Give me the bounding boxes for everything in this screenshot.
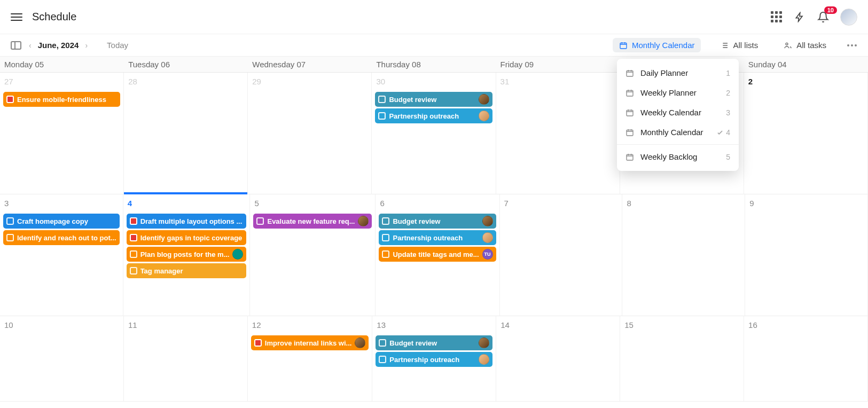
task-checkbox[interactable] xyxy=(379,339,386,347)
day-cell[interactable]: 13Budget reviewPartnership outreach xyxy=(372,316,496,401)
day-number: 4 xyxy=(126,197,248,212)
today-button[interactable]: Today xyxy=(107,41,128,50)
task-card[interactable]: Partnership outreach xyxy=(379,230,496,245)
day-number: 28 xyxy=(126,75,245,90)
task-checkbox[interactable] xyxy=(378,112,386,120)
day-cell[interactable]: 6Budget reviewPartnership outreachUpdate… xyxy=(376,194,499,316)
assignee-avatar xyxy=(482,216,493,226)
list-icon xyxy=(720,41,729,50)
day-cell[interactable]: 8 xyxy=(622,194,745,316)
dropdown-item[interactable]: Weekly Calendar3 xyxy=(617,103,739,122)
task-card[interactable]: Draft multiple layout options ... xyxy=(127,214,247,229)
task-card[interactable]: Plan blog posts for the m... xyxy=(127,247,247,262)
assignee-avatar xyxy=(479,354,489,365)
task-card[interactable]: Budget review xyxy=(375,92,492,107)
panel-toggle-icon[interactable] xyxy=(10,39,22,52)
assignee-avatar xyxy=(479,111,489,121)
day-header: Sunday 04 xyxy=(744,57,868,72)
menu-button[interactable] xyxy=(11,11,22,23)
day-number: 30 xyxy=(374,75,493,90)
task-checkbox[interactable] xyxy=(378,96,386,103)
day-number: 5 xyxy=(252,197,373,212)
task-card[interactable]: Budget review xyxy=(376,335,492,350)
svg-rect-5 xyxy=(627,130,633,136)
day-cell[interactable]: 27Ensure mobile-friendliness xyxy=(0,73,124,194)
apps-icon[interactable] xyxy=(770,11,783,23)
dropdown-separator xyxy=(617,144,739,145)
task-checkbox[interactable] xyxy=(6,217,14,225)
month-label[interactable]: June, 2024 xyxy=(38,41,79,50)
task-card[interactable]: Craft homepage copy xyxy=(3,214,120,229)
day-number: 9 xyxy=(747,197,865,212)
day-cell[interactable]: 5Evaluate new feature req... xyxy=(250,194,376,316)
task-checkbox[interactable] xyxy=(382,217,389,225)
task-checkbox[interactable] xyxy=(382,250,389,258)
dropdown-item[interactable]: Weekly Planner2 xyxy=(617,83,739,103)
day-cell[interactable]: 15 xyxy=(620,316,744,401)
day-cell[interactable]: 9 xyxy=(745,194,868,316)
task-card[interactable]: Budget review xyxy=(379,214,496,229)
task-checkbox[interactable] xyxy=(130,267,137,274)
task-card[interactable]: Ensure mobile-friendliness xyxy=(3,92,120,107)
next-month-chevron-icon[interactable]: › xyxy=(84,41,89,50)
assignee-avatar xyxy=(232,249,243,260)
day-cell[interactable]: 14 xyxy=(496,316,620,401)
task-checkbox[interactable] xyxy=(379,356,386,363)
task-checkbox[interactable] xyxy=(130,250,137,258)
day-number: 15 xyxy=(622,318,741,334)
day-cell[interactable]: 16 xyxy=(744,316,868,401)
day-cell[interactable]: 10 xyxy=(0,316,124,401)
day-cell[interactable]: 4Draft multiple layout options ...Identi… xyxy=(123,194,251,316)
task-card[interactable]: Update title tags and me...TU xyxy=(379,247,496,262)
view-selector-button[interactable]: Monthly Calendar xyxy=(613,38,701,52)
prev-month-chevron-icon[interactable]: ‹ xyxy=(28,41,33,50)
task-checkbox[interactable] xyxy=(130,217,137,225)
day-cell[interactable]: 30Budget reviewPartnership outreach xyxy=(372,73,496,194)
all-tasks-button[interactable]: All tasks xyxy=(777,38,833,52)
day-cell[interactable]: 7 xyxy=(500,194,623,316)
day-cell[interactable]: 29 xyxy=(248,73,372,194)
dropdown-item-shortcut: 1 xyxy=(726,69,730,77)
user-avatar[interactable] xyxy=(840,9,857,26)
dropdown-item-label: Weekly Calendar xyxy=(640,108,720,117)
task-checkbox[interactable] xyxy=(254,339,262,347)
task-checkbox[interactable] xyxy=(382,234,389,241)
task-card[interactable]: Tag manager xyxy=(127,263,247,278)
day-cell[interactable]: 2 xyxy=(744,73,868,194)
notification-badge: 10 xyxy=(824,6,837,14)
day-number: 12 xyxy=(250,318,370,334)
more-menu-icon[interactable] xyxy=(846,39,858,52)
dropdown-item-shortcut: 4 xyxy=(716,128,730,137)
task-checkbox[interactable] xyxy=(256,217,264,225)
task-label: Budget review xyxy=(393,217,479,225)
day-header: Wednesday 07 xyxy=(248,57,372,72)
day-cell[interactable]: 12Improve internal links wi... xyxy=(248,316,373,401)
notifications-icon[interactable]: 10 xyxy=(817,11,830,23)
task-checkbox[interactable] xyxy=(130,234,137,241)
day-number: 6 xyxy=(378,197,497,212)
day-header: Friday 09 xyxy=(496,57,620,72)
dropdown-item-label: Daily Planner xyxy=(640,68,720,77)
day-cell[interactable]: 31 xyxy=(496,73,620,194)
dropdown-item[interactable]: Monthly Calendar4 xyxy=(617,122,739,142)
task-card[interactable]: Identify gaps in topic coverage xyxy=(127,230,247,245)
all-lists-button[interactable]: All lists xyxy=(714,38,764,52)
assignee-avatar: TU xyxy=(482,249,493,260)
day-cell[interactable]: 28 xyxy=(124,73,248,194)
task-card[interactable]: Partnership outreach xyxy=(376,352,492,367)
lightning-icon[interactable] xyxy=(793,11,806,23)
assignee-avatar xyxy=(355,338,365,348)
dropdown-item-shortcut: 5 xyxy=(726,153,730,161)
day-header: Tuesday 06 xyxy=(124,57,248,72)
dropdown-item[interactable]: Weekly Backlog5 xyxy=(617,147,739,167)
dropdown-item[interactable]: Daily Planner1 xyxy=(617,63,739,83)
task-checkbox[interactable] xyxy=(6,234,14,241)
task-card[interactable]: Improve internal links wi... xyxy=(251,335,369,350)
task-checkbox[interactable] xyxy=(6,96,14,103)
task-card[interactable]: Identify and reach out to pot... xyxy=(3,230,120,245)
day-cell[interactable]: 11 xyxy=(124,316,248,401)
svg-rect-2 xyxy=(627,70,633,76)
task-card[interactable]: Partnership outreach xyxy=(375,108,492,123)
task-card[interactable]: Evaluate new feature req... xyxy=(253,214,372,229)
day-cell[interactable]: 3Craft homepage copyIdentify and reach o… xyxy=(0,194,123,316)
